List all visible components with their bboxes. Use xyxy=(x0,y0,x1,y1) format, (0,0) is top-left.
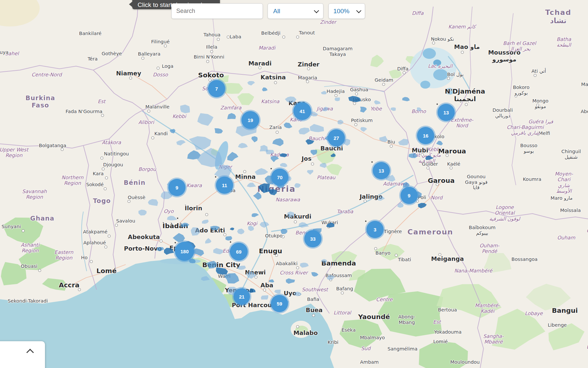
cluster-marker[interactable]: 9 xyxy=(167,178,187,197)
overlay-region[interactable] xyxy=(311,272,318,276)
cluster-marker[interactable]: 11 xyxy=(215,175,234,195)
overlay-region[interactable] xyxy=(210,226,220,230)
overlay-region[interactable] xyxy=(331,153,336,157)
overlay-region[interactable] xyxy=(269,279,274,283)
overlay-region[interactable] xyxy=(205,238,211,243)
overlay-region[interactable] xyxy=(287,212,295,218)
overlay-region[interactable] xyxy=(238,143,248,148)
overlay-region[interactable] xyxy=(170,129,176,134)
overlay-region[interactable] xyxy=(255,168,268,175)
overlay-region[interactable] xyxy=(280,153,287,157)
overlay-region[interactable] xyxy=(260,145,268,152)
overlay-region[interactable] xyxy=(335,98,340,101)
overlay-region[interactable] xyxy=(176,140,186,145)
overlay-region[interactable] xyxy=(258,184,270,193)
overlay-region[interactable] xyxy=(307,170,313,175)
cluster-marker[interactable]: 19 xyxy=(240,110,261,130)
overlay-region[interactable] xyxy=(321,91,326,95)
overlay-region[interactable] xyxy=(207,261,217,268)
overlay-region[interactable] xyxy=(216,267,228,274)
zoom-select[interactable]: 100% xyxy=(328,3,365,19)
overlay-region[interactable] xyxy=(436,141,443,145)
overlay-region[interactable] xyxy=(285,97,296,103)
overlay-region[interactable] xyxy=(378,196,385,201)
chevron-up-icon[interactable] xyxy=(26,349,34,356)
overlay-region[interactable] xyxy=(268,189,277,195)
overlay-region[interactable] xyxy=(408,153,417,158)
overlay-region[interactable] xyxy=(181,223,189,227)
overlay-region[interactable] xyxy=(225,236,232,240)
overlay-region[interactable] xyxy=(237,266,246,270)
overlay-region[interactable] xyxy=(294,183,301,188)
overlay-region[interactable] xyxy=(273,138,284,146)
overlay-region[interactable] xyxy=(164,248,174,255)
overlay-region[interactable] xyxy=(262,87,268,91)
overlay-region[interactable] xyxy=(311,150,317,155)
overlay-region[interactable] xyxy=(253,192,261,200)
cluster-marker[interactable]: 180 xyxy=(174,240,195,262)
overlay-region[interactable] xyxy=(246,271,256,279)
overlay-region[interactable] xyxy=(180,104,190,113)
overlay-region[interactable] xyxy=(215,128,223,134)
overlay-region[interactable] xyxy=(189,136,211,150)
overlay-region[interactable] xyxy=(310,124,324,132)
overlay-region[interactable] xyxy=(348,96,361,102)
cluster-marker[interactable]: 13 xyxy=(371,161,391,181)
overlay-region[interactable] xyxy=(139,210,147,216)
overlay-region[interactable] xyxy=(251,136,258,143)
overlay-region[interactable] xyxy=(374,100,381,104)
overlay-region[interactable] xyxy=(286,278,295,284)
overlay-region[interactable] xyxy=(321,259,327,263)
map-canvas[interactable]: SahelCentre-NordOuahigouyaBurkina FasoEs… xyxy=(0,0,588,368)
overlay-region[interactable] xyxy=(230,228,234,230)
overlay-region[interactable] xyxy=(237,228,244,234)
overlay-region[interactable] xyxy=(156,247,164,251)
cluster-marker[interactable]: 27 xyxy=(326,128,346,148)
overlay-region[interactable] xyxy=(284,123,292,128)
overlay-region[interactable] xyxy=(390,107,396,111)
filter-select[interactable]: All xyxy=(268,3,323,19)
cluster-marker[interactable]: 7 xyxy=(207,79,227,99)
overlay-region[interactable] xyxy=(247,81,255,86)
overlay-region[interactable] xyxy=(274,290,281,294)
cluster-marker[interactable]: 33 xyxy=(303,229,323,249)
overlay-region[interactable] xyxy=(167,216,177,221)
search-input[interactable] xyxy=(172,8,263,15)
search-box[interactable] xyxy=(171,3,263,19)
bottom-collapse-panel[interactable] xyxy=(0,341,45,368)
overlay-region[interactable] xyxy=(300,263,309,268)
overlay-region[interactable] xyxy=(271,156,279,162)
cluster-marker[interactable]: 13 xyxy=(436,102,456,122)
overlay-region[interactable] xyxy=(323,107,328,111)
overlay-region[interactable] xyxy=(261,295,268,300)
cluster-marker[interactable]: 41 xyxy=(292,101,313,121)
overlay-region[interactable] xyxy=(294,292,302,296)
overlay-region[interactable] xyxy=(227,152,238,161)
cluster-marker[interactable]: 21 xyxy=(232,287,251,306)
cluster-marker[interactable]: 69 xyxy=(229,241,249,262)
overlay-region[interactable] xyxy=(337,120,344,124)
overlay-region[interactable] xyxy=(418,203,427,208)
overlay-region[interactable] xyxy=(299,128,310,135)
overlay-region[interactable] xyxy=(247,183,256,187)
overlay-region[interactable] xyxy=(379,136,388,142)
overlay-region[interactable] xyxy=(213,248,223,254)
overlay-region[interactable] xyxy=(197,113,214,126)
overlay-region[interactable] xyxy=(260,222,269,228)
cluster-marker[interactable]: 70 xyxy=(270,167,290,187)
overlay-region[interactable] xyxy=(224,273,239,283)
overlay-region[interactable] xyxy=(306,139,315,144)
overlay-region[interactable] xyxy=(326,223,334,227)
cluster-marker[interactable]: 3 xyxy=(365,220,385,239)
overlay-region[interactable] xyxy=(320,163,327,168)
overlay-region[interactable] xyxy=(398,139,409,145)
overlay-region[interactable] xyxy=(252,213,259,217)
cluster-marker[interactable]: 9 xyxy=(399,185,419,205)
overlay-region[interactable] xyxy=(402,97,410,101)
overlay-region[interactable] xyxy=(417,107,422,111)
overlay-region[interactable] xyxy=(201,276,210,281)
overlay-region[interactable] xyxy=(327,275,335,280)
overlay-region[interactable] xyxy=(360,127,367,132)
overlay-region[interactable] xyxy=(227,113,236,119)
overlay-region[interactable] xyxy=(280,163,287,167)
